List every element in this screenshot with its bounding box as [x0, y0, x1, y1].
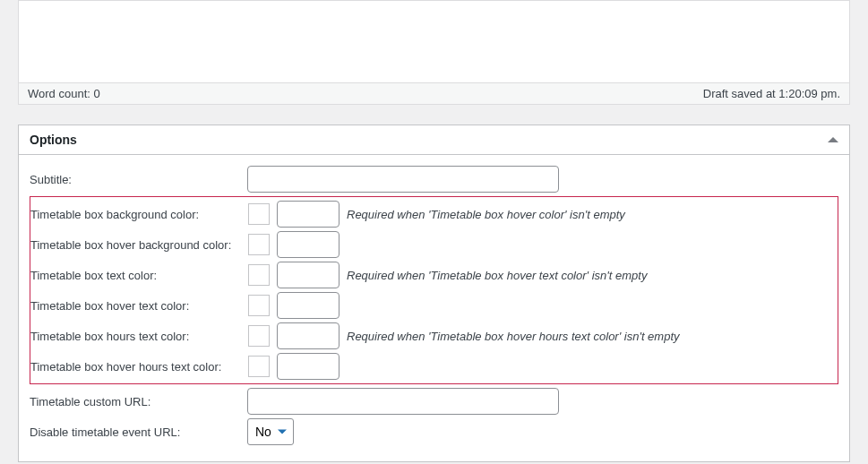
hours-text-color-hint: Required when 'Timetable box hover hours… — [347, 330, 680, 343]
text-color-input[interactable] — [277, 262, 339, 288]
field-row-disable-url: Disable timetable event URL: No — [30, 417, 838, 447]
bg-color-swatch[interactable] — [248, 203, 270, 225]
hover-hours-text-color-label: Timetable box hover hours text color: — [30, 360, 248, 374]
hover-text-color-swatch[interactable] — [248, 295, 270, 316]
disable-url-label: Disable timetable event URL: — [30, 425, 247, 439]
hover-bg-color-swatch[interactable] — [248, 234, 270, 255]
field-row-hours-text-color: Timetable box hours text color: Required… — [30, 321, 838, 351]
hover-bg-color-input[interactable] — [277, 231, 339, 258]
collapse-icon — [828, 137, 838, 142]
options-panel-body: Subtitle: Timetable box background color… — [19, 155, 849, 461]
hover-hours-text-color-swatch[interactable] — [248, 356, 270, 377]
options-panel: Options Subtitle: Timetable box backgrou… — [18, 125, 850, 462]
hover-text-color-input[interactable] — [277, 292, 339, 319]
text-color-label: Timetable box text color: — [30, 269, 248, 282]
hover-text-color-label: Timetable box hover text color: — [30, 299, 248, 313]
bg-color-input[interactable] — [277, 201, 339, 228]
field-row-hover-text-color: Timetable box hover text color: — [30, 290, 838, 321]
field-row-hover-bg-color: Timetable box hover background color: — [30, 229, 838, 260]
hover-hours-text-color-input[interactable] — [277, 353, 339, 380]
field-row-subtitle: Subtitle: — [30, 164, 838, 194]
bg-color-label: Timetable box background color: — [30, 208, 248, 221]
bg-color-hint: Required when 'Timetable box hover color… — [347, 208, 625, 221]
field-row-hover-hours-text-color: Timetable box hover hours text color: — [30, 351, 838, 382]
hover-bg-color-label: Timetable box hover background color: — [30, 238, 248, 252]
color-fields-highlight: Timetable box background color: Required… — [30, 196, 838, 384]
word-count-label: Word count: 0 — [28, 87, 100, 100]
custom-url-label: Timetable custom URL: — [30, 395, 247, 408]
draft-saved-label: Draft saved at 1:20:09 pm. — [703, 87, 840, 100]
field-row-custom-url: Timetable custom URL: — [30, 386, 838, 417]
text-color-hint: Required when 'Timetable box hover text … — [347, 269, 647, 282]
editor-content-area[interactable] — [18, 0, 850, 83]
field-row-text-color: Timetable box text color: Required when … — [30, 260, 838, 290]
editor-footer: Word count: 0 Draft saved at 1:20:09 pm. — [18, 83, 850, 105]
subtitle-input[interactable] — [247, 166, 559, 193]
options-panel-header[interactable]: Options — [19, 125, 849, 155]
disable-url-select[interactable]: No — [247, 418, 294, 445]
subtitle-label: Subtitle: — [30, 173, 247, 186]
custom-url-input[interactable] — [247, 388, 559, 415]
hours-text-color-input[interactable] — [277, 322, 339, 349]
hours-text-color-label: Timetable box hours text color: — [30, 330, 248, 343]
options-panel-title: Options — [30, 133, 77, 147]
hours-text-color-swatch[interactable] — [248, 325, 270, 347]
text-color-swatch[interactable] — [248, 264, 270, 286]
field-row-bg-color: Timetable box background color: Required… — [30, 199, 838, 229]
